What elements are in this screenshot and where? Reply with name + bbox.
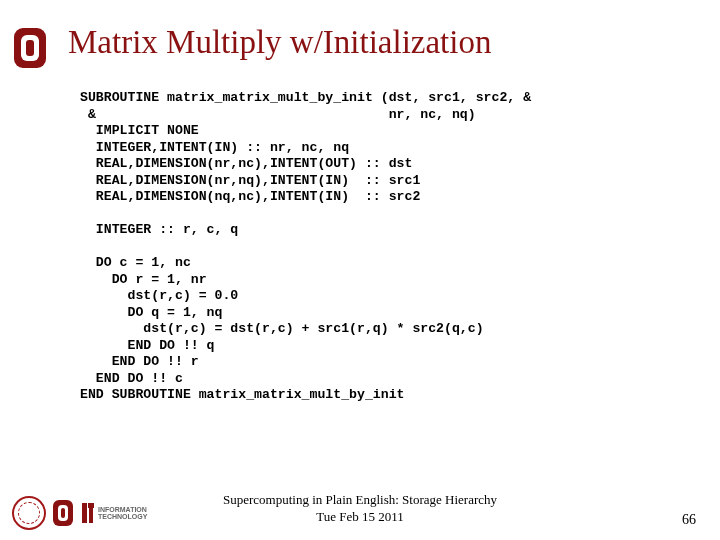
svg-rect-2: [26, 40, 34, 56]
it-text-line1: INFORMATION: [98, 506, 147, 513]
it-logo: INFORMATION TECHNOLOGY: [80, 501, 147, 525]
it-icon: [80, 501, 96, 525]
it-text: INFORMATION TECHNOLOGY: [98, 506, 147, 520]
ou-logo-small-icon: [52, 499, 74, 527]
footer-logos: INFORMATION TECHNOLOGY: [12, 496, 147, 530]
page-number: 66: [682, 512, 696, 528]
svg-rect-7: [88, 503, 94, 508]
svg-rect-6: [82, 503, 87, 523]
svg-rect-8: [89, 508, 93, 523]
ou-logo: [12, 26, 48, 70]
code-listing: SUBROUTINE matrix_matrix_mult_by_init (d…: [80, 90, 680, 404]
svg-rect-5: [61, 508, 65, 518]
oscer-seal-icon: [12, 496, 46, 530]
slide-title: Matrix Multiply w/Initialization: [68, 24, 700, 61]
it-text-line2: TECHNOLOGY: [98, 513, 147, 520]
